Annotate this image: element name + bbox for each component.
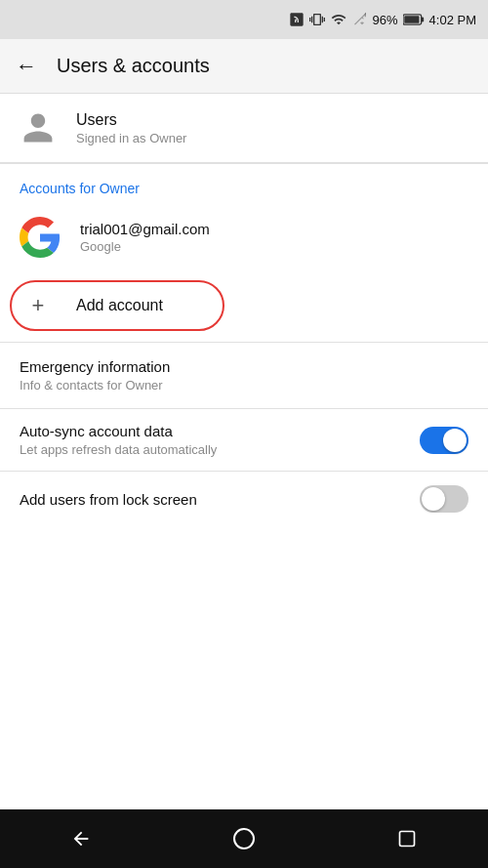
emergency-subtitle: Info & contacts for Owner (20, 378, 468, 393)
nfc-icon (289, 12, 305, 27)
nav-back-icon (70, 828, 92, 849)
nav-home-icon (232, 827, 256, 850)
wifi-icon (330, 12, 347, 27)
emergency-title: Emergency information (20, 358, 468, 375)
lock-screen-toggle[interactable] (420, 485, 468, 513)
auto-sync-subtitle: Let apps refresh data automatically (20, 442, 217, 457)
users-subtitle: Signed in as Owner (76, 131, 186, 145)
nav-recents-button[interactable] (387, 819, 427, 858)
add-account-item[interactable]: + Add account (0, 273, 488, 338)
add-account-wrapper: + Add account (0, 273, 488, 338)
account-type: Google (80, 239, 210, 254)
lock-screen-title: Add users from lock screen (20, 491, 197, 508)
svg-rect-2 (421, 17, 424, 21)
account-email: trial001@gmail.com (80, 221, 210, 237)
content: Users Signed in as Owner Accounts for Ow… (0, 94, 488, 526)
svg-rect-1 (404, 16, 419, 23)
nav-recents-icon (397, 829, 417, 848)
emergency-info-item[interactable]: Emergency information Info & contacts fo… (0, 343, 488, 408)
users-info: Users Signed in as Owner (76, 111, 186, 145)
google-account-item[interactable]: trial001@gmail.com Google (0, 205, 488, 269)
user-avatar (20, 109, 57, 146)
battery-icon (403, 13, 425, 26)
lock-screen-item[interactable]: Add users from lock screen (0, 472, 488, 526)
add-account-label: Add account (76, 297, 163, 314)
status-bar: 96% 4:02 PM (0, 0, 488, 39)
auto-sync-item[interactable]: Auto-sync account data Let apps refresh … (0, 409, 488, 471)
nav-back-button[interactable] (61, 819, 101, 858)
time-text: 4:02 PM (429, 13, 476, 27)
account-info: trial001@gmail.com Google (80, 221, 210, 254)
google-logo (20, 217, 61, 258)
accounts-section-header: Accounts for Owner (0, 164, 488, 205)
users-title: Users (76, 111, 186, 129)
nav-bar (0, 809, 488, 868)
accounts-header-text: Accounts for Owner (20, 181, 140, 196)
nav-home-button[interactable] (224, 819, 264, 858)
battery-text: 96% (373, 13, 398, 27)
lock-screen-info: Add users from lock screen (20, 491, 197, 508)
auto-sync-info: Auto-sync account data Let apps refresh … (20, 423, 217, 457)
plus-icon: + (20, 287, 57, 324)
status-icons: 96% 4:02 PM (289, 12, 476, 27)
header: ← Users & accounts (0, 39, 488, 94)
signal-icon (352, 12, 368, 27)
back-button[interactable]: ← (16, 54, 37, 79)
users-item[interactable]: Users Signed in as Owner (0, 94, 488, 163)
svg-point-3 (234, 829, 254, 848)
auto-sync-title: Auto-sync account data (20, 423, 217, 439)
svg-rect-4 (399, 832, 414, 847)
vibrate-icon (309, 12, 325, 27)
page-title: Users & accounts (57, 55, 210, 77)
auto-sync-toggle[interactable] (420, 427, 468, 454)
